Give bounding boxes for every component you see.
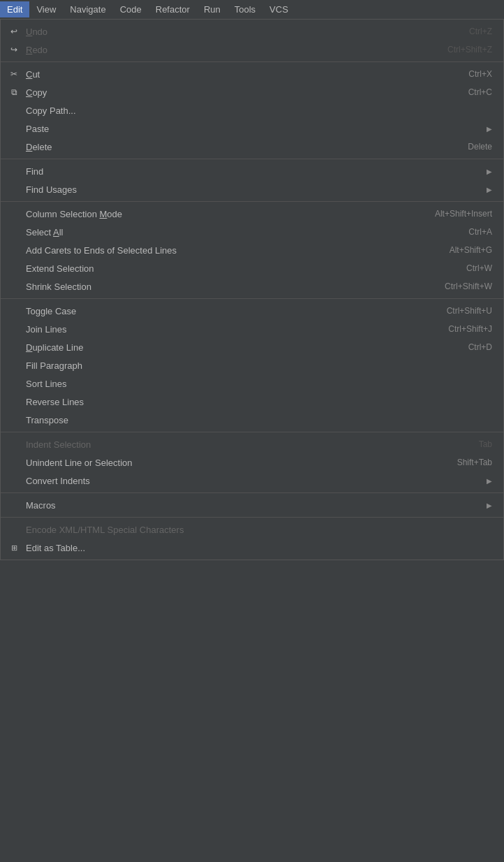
edit-as-table-menu-item[interactable]: ⊞ Edit as Table...	[1, 539, 503, 557]
add-carets-label: Add Carets to Ends of Selected Lines	[26, 245, 422, 256]
menubar: Edit View Navigate Code Refactor Run Too…	[0, 0, 504, 19]
copy-path-label: Copy Path...	[26, 105, 464, 116]
separator-1	[1, 61, 503, 62]
menubar-item-tools[interactable]: Tools	[228, 1, 262, 17]
duplicate-line-shortcut: Ctrl+D	[468, 342, 492, 352]
redo-shortcut: Ctrl+Shift+Z	[447, 45, 492, 54]
macros-label: Macros	[26, 500, 487, 511]
separator-7	[1, 517, 503, 518]
redo-icon: ↪	[8, 45, 20, 54]
menubar-item-view[interactable]: View	[29, 1, 63, 17]
transpose-label: Transpose	[26, 415, 464, 425]
sort-lines-label: Sort Lines	[26, 379, 464, 389]
copy-icon: ⧉	[8, 87, 20, 97]
shrink-selection-menu-item[interactable]: Shrink Selection Ctrl+Shift+W	[1, 277, 503, 295]
find-usages-label: Find Usages	[26, 184, 487, 195]
find-usages-submenu-arrow: ▶	[487, 186, 492, 193]
unindent-line-label: Unindent Line or Selection	[26, 458, 429, 468]
encode-xml-menu-item[interactable]: Encode XML/HTML Special Characters	[1, 520, 503, 539]
indent-selection-menu-item[interactable]: Indent Selection Tab	[1, 435, 503, 453]
redo-menu-item[interactable]: ↪ Redo Ctrl+Shift+Z	[1, 41, 503, 59]
extend-selection-label: Extend Selection	[26, 263, 438, 274]
menubar-item-navigate[interactable]: Navigate	[63, 1, 112, 17]
copy-shortcut: Ctrl+C	[468, 87, 492, 97]
sort-lines-menu-item[interactable]: Sort Lines	[1, 374, 503, 393]
separator-6	[1, 492, 503, 493]
shrink-selection-label: Shrink Selection	[26, 282, 417, 292]
edit-as-table-label: Edit as Table...	[26, 543, 464, 553]
find-usages-menu-item[interactable]: Find Usages ▶	[1, 180, 503, 198]
fill-paragraph-menu-item[interactable]: Fill Paragraph	[1, 356, 503, 374]
column-selection-mode-shortcut: Alt+Shift+Insert	[435, 209, 492, 219]
find-submenu-arrow: ▶	[487, 168, 492, 175]
cut-menu-item[interactable]: ✂ Cut Ctrl+X	[1, 65, 503, 83]
column-selection-mode-menu-item[interactable]: Column Selection Mode Alt+Shift+Insert	[1, 205, 503, 223]
join-lines-menu-item[interactable]: Join Lines Ctrl+Shift+J	[1, 320, 503, 338]
unindent-line-menu-item[interactable]: Unindent Line or Selection Shift+Tab	[1, 453, 503, 472]
separator-5	[1, 432, 503, 432]
select-all-shortcut: Ctrl+A	[468, 227, 492, 237]
select-all-menu-item[interactable]: Select All Ctrl+A	[1, 223, 503, 241]
menubar-item-run[interactable]: Run	[197, 1, 228, 17]
convert-indents-label: Convert Indents	[26, 476, 487, 486]
unindent-line-shortcut: Shift+Tab	[457, 458, 492, 467]
undo-icon: ↩	[8, 27, 20, 36]
macros-menu-item[interactable]: Macros ▶	[1, 496, 503, 514]
cut-shortcut: Ctrl+X	[468, 69, 492, 79]
shrink-selection-shortcut: Ctrl+Shift+W	[445, 282, 492, 291]
cut-label: Cut	[26, 69, 440, 80]
separator-4	[1, 298, 503, 299]
copy-label: Copy	[26, 87, 440, 98]
menubar-item-vcs[interactable]: VCS	[262, 1, 295, 17]
duplicate-line-menu-item[interactable]: Duplicate Line Ctrl+D	[1, 338, 503, 356]
join-lines-shortcut: Ctrl+Shift+J	[448, 324, 492, 334]
paste-label: Paste	[26, 124, 487, 134]
delete-label: Delete	[26, 142, 440, 152]
find-menu-item[interactable]: Find ▶	[1, 162, 503, 180]
undo-shortcut: Ctrl+Z	[469, 27, 492, 36]
convert-indents-menu-item[interactable]: Convert Indents ▶	[1, 472, 503, 490]
menubar-item-code[interactable]: Code	[113, 1, 149, 17]
separator-3	[1, 201, 503, 202]
menubar-item-edit[interactable]: Edit	[0, 1, 29, 17]
indent-selection-shortcut: Tab	[479, 439, 492, 449]
undo-menu-item[interactable]: ↩ Undo Ctrl+Z	[1, 22, 503, 41]
find-label: Find	[26, 166, 487, 177]
toggle-case-shortcut: Ctrl+Shift+U	[447, 306, 492, 316]
add-carets-shortcut: Alt+Shift+G	[450, 245, 492, 255]
reverse-lines-label: Reverse Lines	[26, 397, 464, 407]
duplicate-line-label: Duplicate Line	[26, 342, 440, 353]
reverse-lines-menu-item[interactable]: Reverse Lines	[1, 393, 503, 411]
convert-indents-submenu-arrow: ▶	[487, 477, 492, 485]
cut-icon: ✂	[8, 69, 20, 79]
encode-xml-label: Encode XML/HTML Special Characters	[26, 525, 464, 535]
redo-label: Redo	[26, 45, 420, 55]
toggle-case-label: Toggle Case	[26, 306, 419, 316]
join-lines-label: Join Lines	[26, 324, 420, 335]
dropdown-menu: ↩ Undo Ctrl+Z ↪ Redo Ctrl+Shift+Z ✂ Cut …	[0, 19, 504, 560]
table-icon: ⊞	[8, 543, 20, 553]
paste-menu-item[interactable]: Paste ▶	[1, 119, 503, 138]
transpose-menu-item[interactable]: Transpose	[1, 411, 503, 429]
copy-path-menu-item[interactable]: Copy Path...	[1, 101, 503, 119]
extend-selection-shortcut: Ctrl+W	[466, 263, 492, 273]
copy-menu-item[interactable]: ⧉ Copy Ctrl+C	[1, 83, 503, 101]
column-selection-mode-label: Column Selection Mode	[26, 209, 407, 219]
select-all-label: Select All	[26, 227, 440, 238]
extend-selection-menu-item[interactable]: Extend Selection Ctrl+W	[1, 259, 503, 277]
paste-submenu-arrow: ▶	[487, 125, 492, 133]
menubar-item-refactor[interactable]: Refactor	[149, 1, 197, 17]
delete-menu-item[interactable]: Delete Delete	[1, 138, 503, 156]
separator-2	[1, 159, 503, 159]
undo-label: Undo	[26, 27, 441, 37]
macros-submenu-arrow: ▶	[487, 502, 492, 509]
fill-paragraph-label: Fill Paragraph	[26, 360, 464, 371]
indent-selection-label: Indent Selection	[26, 439, 451, 450]
add-carets-menu-item[interactable]: Add Carets to Ends of Selected Lines Alt…	[1, 241, 503, 259]
delete-shortcut: Delete	[468, 142, 492, 152]
toggle-case-menu-item[interactable]: Toggle Case Ctrl+Shift+U	[1, 302, 503, 320]
